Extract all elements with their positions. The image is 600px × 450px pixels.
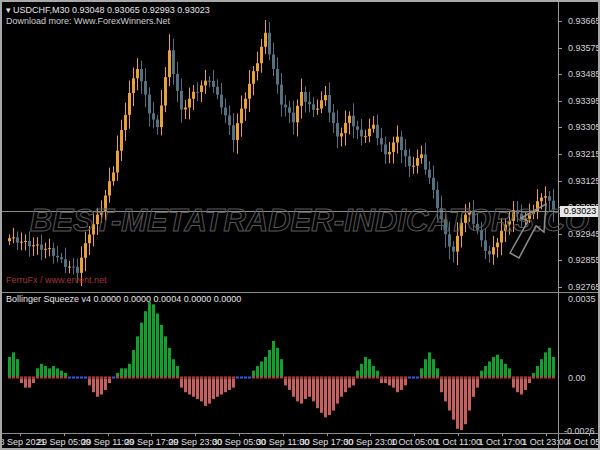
indicator-zero-label: 0.00 [568,374,586,383]
current-price-badge: 0.93023 [560,206,600,217]
time-axis-tick [370,433,371,436]
time-axis-tick [589,433,590,436]
download-more-text: Download more: Www.ForexWinners.Net [6,16,170,27]
time-axis-label: 1 Oct 11:00 [435,437,481,447]
indicator-title: Bollinger Squeeze v4 0.0000 0.0000 0.000… [6,294,241,305]
symbol-title: USDCHF,M30 [13,5,70,15]
chart-title-bar[interactable]: ▾ USDCHF,M30 0.93048 0.93065 0.92993 0.9… [6,5,210,16]
time-axis-label: 1 Oct 17:00 [479,437,526,447]
time-axis-label: 1 Oct 23:00 [522,437,569,447]
time-axis-tick [327,433,328,436]
indicator-canvas[interactable] [2,292,600,433]
indicator-max-label: 0.0035 [568,295,596,304]
time-axis-tick [239,433,240,436]
time-axis-tick [502,433,503,436]
time-axis-label: 30 Sep 23:00 [344,437,398,447]
ohlc-values: 0.93048 0.93065 0.92993 0.93023 [72,5,210,15]
time-axis-tick [283,433,284,436]
time-axis-label: 1 Oct 05:00 [391,437,438,447]
time-axis-tick [108,433,109,436]
time-axis-tick [458,433,459,436]
time-axis-label: 4 Oct 05:00 [566,437,600,447]
mt4-chart-window: BEST-METATRADER-INDICATORS.COM ▾ USDCHF,… [0,0,600,450]
time-axis-tick [151,433,152,436]
time-axis-tick [414,433,415,436]
arrow-up-right-icon [502,199,558,263]
time-axis[interactable]: 28 Sep 202129 Sep 05:0029 Sep 11:0029 Se… [2,434,600,450]
time-axis-tick [195,433,196,436]
symbol-dropdown-icon[interactable]: ▾ [6,5,11,15]
indicator-credit-text: FerruFx / www.ervent.net [6,275,107,285]
time-axis-tick [64,433,65,436]
time-axis-tick [20,433,21,436]
time-axis-tick [546,433,547,436]
main-indicator-divider[interactable] [2,292,600,293]
